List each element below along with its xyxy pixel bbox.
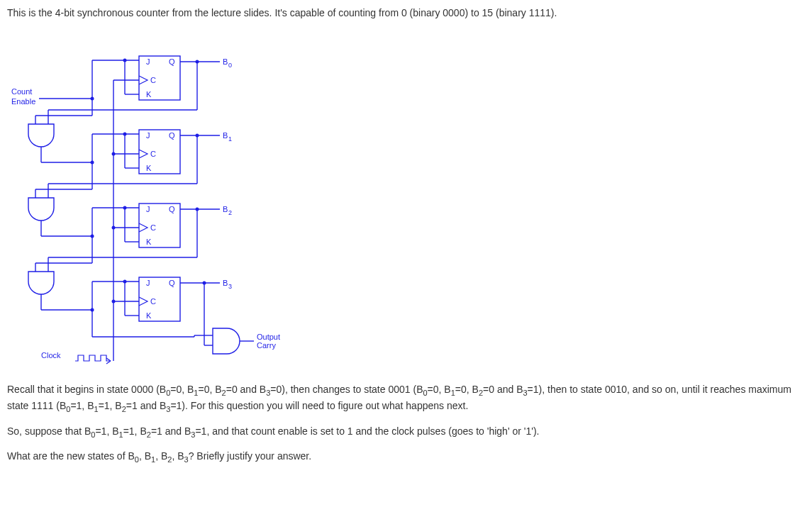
ff3-j: J	[146, 279, 150, 287]
count-label-1: Count	[11, 87, 32, 96]
output-b0: B	[223, 57, 228, 66]
ff3-k: K	[146, 311, 152, 320]
ff0-q: Q	[169, 57, 175, 66]
output-carry-label-2: Carry	[257, 341, 276, 350]
ff1-c: C	[150, 150, 156, 158]
circuit-svg: .w { stroke:#1e1ee6; stroke-width:1.4; f…	[7, 25, 305, 372]
paragraph-2: So, suppose that B0=1, B1=1, B2=1 and B3…	[7, 424, 805, 440]
output-carry-label-1: Output	[257, 333, 280, 341]
output-b3: B	[223, 279, 228, 287]
circuit-diagram: .w { stroke:#1e1ee6; stroke-width:1.4; f…	[7, 25, 805, 372]
output-b1: B	[223, 131, 228, 140]
ff2-j: J	[146, 205, 150, 213]
output-b2-sub: 2	[228, 209, 232, 216]
clock-label: Clock	[41, 351, 61, 360]
ff3-q: Q	[169, 279, 175, 287]
paragraph-1: Recall that it begins in state 0000 (B0=…	[7, 382, 805, 416]
ff0-c: C	[150, 76, 156, 84]
output-b1-sub: 1	[228, 135, 232, 143]
ff2-c: C	[150, 223, 156, 232]
ff0-j: J	[146, 57, 150, 66]
ff1-j: J	[146, 131, 150, 140]
paragraph-3: What are the new states of B0, B1, B2, B…	[7, 449, 805, 465]
ff3-c: C	[150, 297, 156, 306]
intro-paragraph: This is the 4-bit synchronous counter fr…	[7, 6, 805, 21]
count-label-2: Enable	[11, 97, 35, 106]
ff2-k: K	[146, 238, 152, 246]
ff0-k: K	[146, 90, 152, 99]
ff1-q: Q	[169, 131, 175, 140]
ff1-k: K	[146, 164, 152, 172]
output-b3-sub: 3	[228, 283, 232, 290]
output-b2: B	[223, 205, 228, 213]
output-b0-sub: 0	[228, 62, 232, 69]
output-and-gate	[213, 328, 240, 354]
ff2-q: Q	[169, 205, 175, 213]
